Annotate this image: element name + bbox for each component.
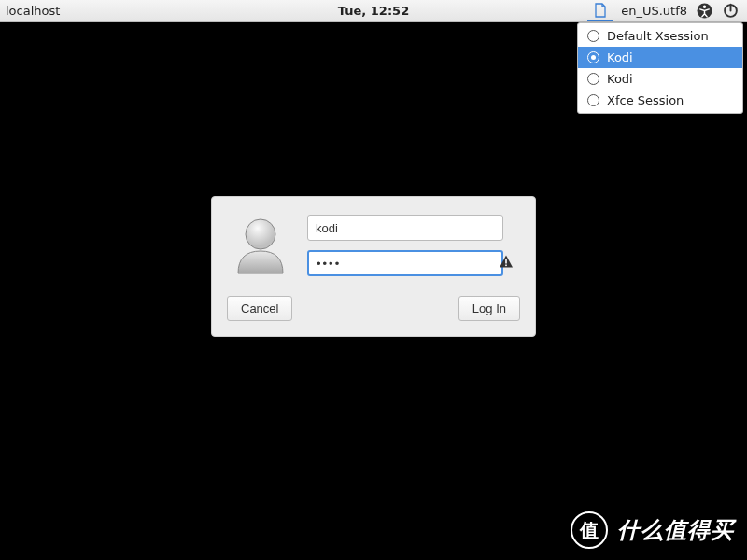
watermark: 值 什么值得买 bbox=[571, 511, 734, 549]
avatar bbox=[227, 212, 294, 279]
password-input[interactable] bbox=[307, 250, 503, 276]
svg-rect-6 bbox=[505, 265, 507, 267]
svg-point-1 bbox=[702, 6, 705, 8]
radio-icon bbox=[587, 51, 599, 63]
watermark-badge: 值 bbox=[571, 511, 608, 549]
document-icon bbox=[593, 3, 608, 18]
user-icon bbox=[227, 212, 294, 279]
accessibility-button[interactable] bbox=[695, 2, 713, 21]
session-item-label: Kodi bbox=[607, 72, 633, 86]
session-item-kodi[interactable]: Kodi bbox=[578, 47, 742, 68]
session-item-label: Xfce Session bbox=[607, 93, 684, 107]
top-panel: localhost Tue, 12:52 en_US.utf8 bbox=[0, 0, 747, 22]
svg-rect-5 bbox=[505, 259, 507, 264]
session-item-label: Default Xsession bbox=[607, 29, 709, 43]
radio-icon bbox=[587, 73, 599, 85]
svg-point-4 bbox=[246, 219, 275, 249]
session-item-default-xsession[interactable]: Default Xsession bbox=[578, 25, 742, 47]
caps-lock-warning-icon bbox=[499, 255, 514, 273]
login-dialog: Cancel Log In bbox=[211, 196, 536, 337]
power-icon bbox=[723, 3, 739, 19]
login-button[interactable]: Log In bbox=[458, 296, 520, 321]
session-selector-button[interactable] bbox=[587, 1, 613, 21]
session-item-xfce-session[interactable]: Xfce Session bbox=[578, 90, 742, 111]
username-field-wrap bbox=[307, 215, 520, 241]
password-field-wrap bbox=[307, 250, 520, 276]
hostname-label: localhost bbox=[0, 4, 60, 18]
accessibility-icon bbox=[697, 3, 712, 19]
session-item-kodi-2[interactable]: Kodi bbox=[578, 68, 742, 90]
username-input[interactable] bbox=[307, 215, 503, 241]
watermark-badge-char: 值 bbox=[580, 518, 599, 543]
locale-label: en_US.utf8 bbox=[621, 4, 687, 18]
clock-label: Tue, 12:52 bbox=[338, 4, 409, 18]
radio-icon bbox=[587, 30, 599, 42]
session-item-label: Kodi bbox=[607, 50, 633, 64]
watermark-text: 什么值得买 bbox=[617, 515, 734, 545]
power-button[interactable] bbox=[721, 2, 740, 21]
cancel-button[interactable]: Cancel bbox=[227, 296, 292, 321]
radio-icon bbox=[587, 94, 599, 106]
session-menu: Default Xsession Kodi Kodi Xfce Session bbox=[577, 22, 743, 114]
panel-right: en_US.utf8 bbox=[587, 1, 747, 21]
